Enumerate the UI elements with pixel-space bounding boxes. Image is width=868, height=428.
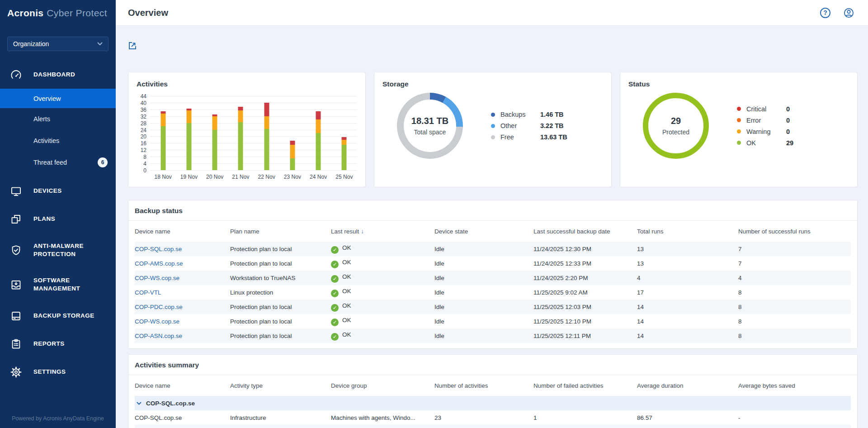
- sidebar-item-label: BACKUP STORAGE: [33, 312, 94, 320]
- panel-title: Backup status: [128, 200, 857, 221]
- y-tick-label: 32: [141, 114, 146, 120]
- gridline: [150, 103, 357, 103]
- bar-segment-succeeded: [186, 123, 191, 170]
- plan-name: Protection plan to local: [230, 246, 331, 252]
- y-tick-label: 16: [141, 140, 146, 147]
- column-header[interactable]: Number of failed activities: [533, 382, 637, 389]
- successful-runs: 7: [738, 246, 851, 252]
- column-header[interactable]: Number of activities: [434, 382, 533, 389]
- sidebar-subitem-label: Overview: [33, 95, 61, 102]
- bar-segment-succeeded: [316, 133, 321, 170]
- y-tick-label: 4: [143, 161, 146, 167]
- column-header[interactable]: Activity type: [230, 382, 331, 389]
- sidebar-item-alerts[interactable]: Alerts: [0, 108, 116, 130]
- column-header[interactable]: Total runs: [637, 228, 738, 235]
- device-link[interactable]: COP-AMS.cop.se: [135, 260, 183, 267]
- app-root: Acronis Cyber Protect Organization DASHB…: [0, 0, 868, 428]
- last-result: ✓OK: [331, 331, 434, 341]
- main-area: Overview ?: [116, 0, 868, 428]
- sidebar-item-software-management[interactable]: SOFTWARE MANAGEMENT: [0, 267, 116, 302]
- legend-item: Other 3.22 TB: [491, 120, 567, 132]
- legend-label: OK: [746, 139, 786, 147]
- sidebar-item-threat-feed[interactable]: Threat feed 6: [0, 152, 116, 173]
- column-header[interactable]: Device group: [331, 382, 434, 389]
- sidebar-item-devices[interactable]: DEVICES: [0, 177, 116, 205]
- bar-19 Nov: [186, 109, 191, 170]
- sidebar-item-label: SETTINGS: [33, 368, 66, 376]
- column-header[interactable]: Average bytes saved: [738, 382, 851, 389]
- help-icon[interactable]: ?: [820, 8, 830, 18]
- last-backup-date: 11/24/2025 12:30 PM: [533, 246, 637, 252]
- legend-value: 0: [786, 128, 790, 135]
- sidebar-item-overview[interactable]: Overview: [0, 89, 116, 108]
- group-row[interactable]: COP-SQL.cop.se: [135, 396, 851, 410]
- sidebar-subitem-label: Activities: [33, 137, 59, 144]
- gridline: [150, 130, 357, 130]
- column-header[interactable]: Average duration: [637, 382, 738, 389]
- legend-dot: [491, 135, 495, 139]
- sidebar-item-dashboard[interactable]: DASHBOARD: [0, 61, 116, 89]
- column-header[interactable]: Device name: [135, 228, 230, 235]
- column-header[interactable]: Device state: [434, 228, 533, 235]
- plans-icon: [10, 213, 22, 225]
- plan-name: Protection plan to local: [230, 318, 331, 325]
- plan-name: Protection plan to local: [230, 260, 331, 267]
- sidebar-item-anti-malware-protection[interactable]: ANTI-MALWARE PROTECTION: [0, 233, 116, 267]
- x-axis: 18 Nov19 Nov20 Nov21 Nov22 Nov23 Nov24 N…: [150, 174, 357, 181]
- threat-feed-badge: 6: [98, 157, 108, 167]
- sidebar-item-reports[interactable]: REPORTS: [0, 330, 116, 358]
- total-runs: 13: [637, 260, 738, 267]
- last-result: ✓OK: [331, 302, 434, 312]
- total-runs: 14: [637, 304, 738, 310]
- expand-widget-icon[interactable]: [128, 41, 137, 50]
- device-state: Idle: [434, 333, 533, 339]
- device-link[interactable]: COP-SQL.cop.se: [135, 246, 182, 252]
- column-header-sorted[interactable]: Last result↓: [331, 228, 434, 235]
- y-tick-label: 44: [141, 93, 146, 100]
- table-row: COP-ASN.cop.se Protection plan to local …: [135, 328, 851, 343]
- device-link[interactable]: COP-VTL: [135, 289, 161, 296]
- backup-status-table: Device name Plan name Last result↓ Devic…: [128, 221, 857, 348]
- column-header[interactable]: Plan name: [230, 228, 331, 235]
- gridline: [150, 143, 357, 143]
- sidebar-item-backup-storage[interactable]: BACKUP STORAGE: [0, 302, 116, 330]
- legend-item: Error 0: [737, 114, 793, 126]
- successful-runs: 8: [738, 304, 851, 310]
- avg-bytes-saved: -: [738, 414, 851, 421]
- ok-status-icon: ✓: [331, 319, 339, 326]
- device-link[interactable]: COP-WS.cop.se: [135, 275, 179, 281]
- column-header[interactable]: Device name: [135, 382, 230, 389]
- account-icon[interactable]: [843, 7, 854, 19]
- successful-runs: 8: [738, 289, 851, 296]
- plan-name: Protection plan to local: [230, 333, 331, 339]
- column-header[interactable]: Last successful backup date: [533, 228, 637, 235]
- sidebar-item-activities[interactable]: Activities: [0, 130, 116, 152]
- last-result: ✓OK: [331, 317, 434, 326]
- device-link[interactable]: COP-PDC.cop.se: [135, 304, 183, 310]
- bar-segment-succeeded: [264, 129, 269, 170]
- storage-drive-icon: [10, 310, 22, 322]
- gridline: [150, 96, 357, 96]
- organization-selector-label: Organization: [13, 40, 49, 48]
- y-axis: 048121620242832364044: [137, 96, 150, 171]
- total-runs: 4: [637, 275, 738, 281]
- last-result: ✓OK: [331, 244, 434, 254]
- sidebar-item-plans[interactable]: PLANS: [0, 205, 116, 233]
- legend-value: 1.46 TB: [540, 111, 564, 118]
- x-tick-label: 19 Nov: [180, 174, 198, 180]
- table-row: COP-AMS.cop.se Protection plan to local …: [135, 256, 851, 271]
- legend-dot: [737, 118, 741, 122]
- bar-25 Nov: [342, 137, 347, 170]
- device-link[interactable]: COP-ASN.cop.se: [135, 333, 182, 339]
- device-group: Machines with agents, Windo...: [331, 414, 434, 421]
- failed-count: 1: [533, 414, 637, 421]
- reports-icon: [10, 338, 22, 350]
- sidebar-item-settings[interactable]: SETTINGS: [0, 358, 116, 386]
- legend-value: 3.22 TB: [540, 122, 564, 129]
- status-ring-chart: 29 Protected: [643, 93, 709, 159]
- device-link[interactable]: COP-WS.cop.se: [135, 318, 179, 325]
- legend-label: Other: [500, 122, 540, 129]
- avg-duration: 86.57: [637, 414, 738, 421]
- organization-selector[interactable]: Organization: [7, 37, 108, 51]
- column-header[interactable]: Number of successful runs: [738, 228, 851, 235]
